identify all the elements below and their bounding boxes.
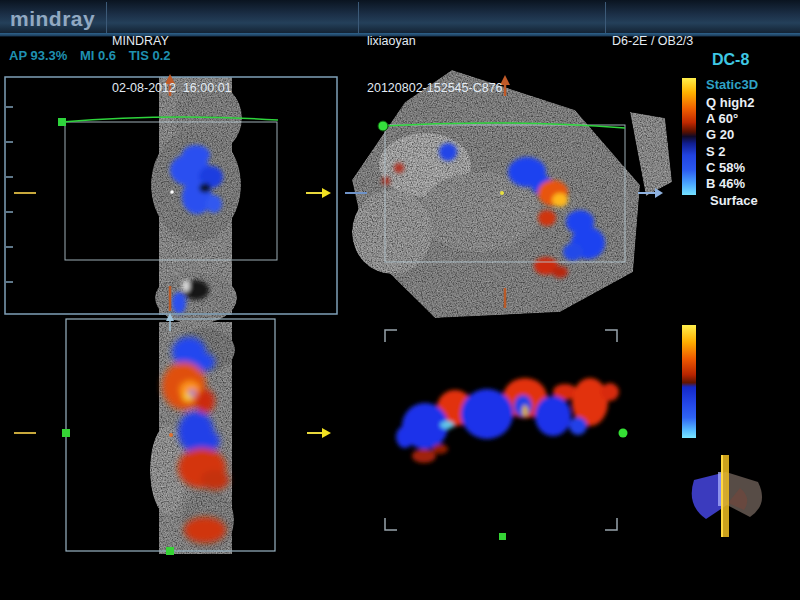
- facility-section: MINDRAY 02-08-2012 16:00:01: [112, 3, 232, 127]
- quadrant-a-right-axis-arrow-icon: [306, 188, 331, 198]
- probe-orientation-cone-icon: [692, 455, 762, 537]
- quadrant-c-bottom-handle[interactable]: [166, 547, 174, 555]
- param-quality: Q high2: [706, 95, 800, 111]
- titlebar-divider: [106, 2, 107, 33]
- quadrant-d-3d-render: [385, 330, 628, 540]
- quadrant-c-center-dot: [169, 433, 173, 437]
- titlebar-divider: [358, 2, 359, 33]
- quadrant-a-depth-ticks: [6, 107, 13, 282]
- exam-datetime: 02-08-2012 16:00:01: [112, 81, 232, 97]
- render-color-doppler-bar-icon: [682, 325, 696, 438]
- quadrant-c-left-handle[interactable]: [62, 429, 70, 437]
- param-smooth: S 2: [706, 144, 800, 160]
- param-color-percent: C 58%: [706, 160, 800, 176]
- quadrant-d-render-blobs: [396, 378, 619, 463]
- imaging-mode-label: Static3D: [706, 77, 800, 92]
- param-brightness-percent: B 46%: [706, 176, 800, 192]
- quadrant-d-bottom-handle[interactable]: [499, 533, 506, 540]
- brand-logo: mindray: [10, 4, 104, 34]
- acoustic-power-value: AP 93.3%: [9, 48, 67, 63]
- quadrant-a-curve-handle[interactable]: [58, 118, 66, 126]
- quadrant-a-center-dot: [170, 190, 174, 194]
- quadrant-b-center-dot: [500, 191, 504, 195]
- quadrant-c-right-axis-arrow-icon: [307, 428, 331, 438]
- probe-preset-section: D6-2E / OB2/3: [612, 3, 693, 81]
- param-angle: A 60°: [706, 111, 800, 127]
- render-mode-label: Surface: [710, 193, 800, 208]
- color-doppler-bar-icon: [682, 78, 696, 195]
- mechanical-index-value: MI 0.6: [80, 48, 116, 63]
- parameter-sidebar: DC-8 Static3D Q high2 A 60° G 20 S 2 C 5…: [700, 51, 800, 208]
- facility-name: MINDRAY: [112, 34, 232, 50]
- quadrant-c-plane: [14, 313, 331, 555]
- exam-id: 20120802-152545-C876: [367, 81, 503, 97]
- param-gain: G 20: [706, 127, 800, 143]
- probe-preset: D6-2E / OB2/3: [612, 34, 693, 50]
- quadrant-d-right-handle[interactable]: [619, 429, 628, 438]
- titlebar-divider: [605, 2, 606, 33]
- patient-name: lixiaoyan: [367, 34, 503, 50]
- title-bar: mindray MINDRAY 02-08-2012 16:00:01 lixi…: [0, 0, 800, 37]
- patient-section: lixiaoyan 20120802-152545-C876: [367, 3, 503, 127]
- ultrasound-screen: mindray MINDRAY 02-08-2012 16:00:01 lixi…: [0, 0, 800, 600]
- system-name: DC-8: [712, 51, 800, 69]
